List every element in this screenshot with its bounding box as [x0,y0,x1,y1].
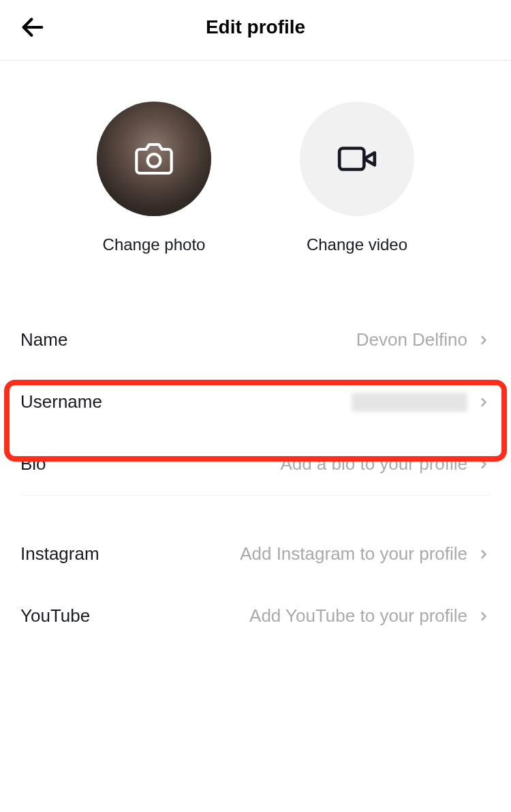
video-icon [336,138,378,180]
chevron-right-icon [477,610,491,623]
row-bio-label: Bio [20,453,46,475]
row-username-value-redacted [352,393,467,412]
row-name-value: Devon Delfino [356,329,467,350]
video-placeholder [300,102,414,216]
svg-rect-2 [339,149,364,170]
chevron-right-icon [477,457,491,471]
change-photo-button[interactable]: Change photo [97,102,211,254]
row-instagram[interactable]: Instagram Add Instagram to your profile [20,523,491,585]
row-name-label: Name [20,329,67,350]
change-video-label: Change video [307,235,407,254]
row-youtube-value: Add YouTube to your profile [249,605,467,627]
row-username[interactable]: Username [20,371,491,433]
settings-list: Name Devon Delfino Username Bio Add a bi… [0,309,511,647]
chevron-right-icon [477,333,491,347]
row-name[interactable]: Name Devon Delfino [20,309,491,371]
media-section: Change photo Change video [0,61,511,309]
row-bio[interactable]: Bio Add a bio to your profile [20,433,491,496]
svg-point-1 [148,154,161,167]
page-title: Edit profile [206,16,305,38]
row-instagram-value: Add Instagram to your profile [240,543,467,565]
row-username-label: Username [20,391,102,412]
change-video-button[interactable]: Change video [300,102,414,254]
avatar [97,102,211,216]
camera-icon [135,140,173,178]
row-youtube-label: YouTube [20,605,90,627]
header: Edit profile [0,0,511,61]
row-instagram-label: Instagram [20,543,99,565]
row-youtube[interactable]: YouTube Add YouTube to your profile [20,585,491,647]
row-bio-value: Add a bio to your profile [280,453,467,475]
chevron-right-icon [477,547,491,561]
back-button[interactable] [19,14,46,41]
chevron-right-icon [477,395,491,409]
arrow-left-icon [19,14,46,41]
change-photo-label: Change photo [103,235,206,254]
